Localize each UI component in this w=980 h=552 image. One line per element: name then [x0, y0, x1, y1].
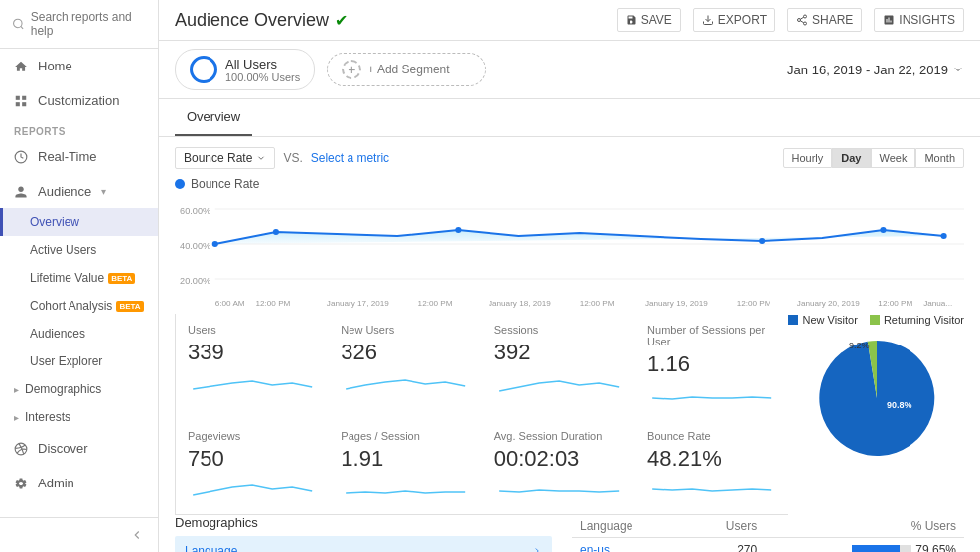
svg-text:January 18, 2019: January 18, 2019 [489, 299, 551, 308]
sparkline-pages-session [341, 478, 470, 501]
metric-new-users-label: New Users [341, 324, 470, 336]
pie-chart-svg: 90.8% 9.2% [812, 334, 941, 463]
pie-returning-dot [870, 315, 880, 325]
discover-nav-label: Discover [38, 441, 88, 456]
svg-text:6:00 AM: 6:00 AM [215, 299, 245, 308]
sidebar-item-audience[interactable]: Audience ▾ [0, 174, 158, 208]
reports-section-label: REPORTS [0, 118, 158, 139]
segment-info: All Users 100.00% Users [225, 57, 300, 83]
svg-text:12:00 PM: 12:00 PM [878, 299, 912, 308]
verified-icon: ✔ [335, 11, 348, 30]
metric-new-users: New Users 326 [329, 314, 483, 420]
svg-rect-5 [22, 102, 26, 106]
svg-text:Janua...: Janua... [923, 299, 952, 308]
sidebar-item-realtime[interactable]: Real-Time [0, 139, 158, 174]
chevron-right-icon: ▸ [14, 384, 19, 395]
day-btn[interactable]: Day [832, 148, 870, 168]
sidebar-sub-active-users[interactable]: Active Users [0, 236, 158, 264]
sidebar-item-discover[interactable]: Discover [0, 431, 158, 466]
sidebar-item-admin[interactable]: Admin [0, 466, 158, 500]
svg-text:60.00%: 60.00% [180, 207, 210, 216]
metric-pages-session-value: 1.91 [341, 446, 470, 472]
sidebar-sub-overview[interactable]: Overview [0, 208, 158, 236]
sidebar-sub-lifetime-value[interactable]: Lifetime Value BETA [0, 264, 158, 292]
admin-nav-label: Admin [38, 476, 74, 490]
chevron-down-icon: ▾ [101, 186, 106, 197]
metrics-and-pie-section: Users 339 New Users 326 Sessions 392 [159, 314, 980, 515]
all-users-segment[interactable]: All Users 100.00% Users [175, 49, 315, 90]
metrics-grid: Users 339 New Users 326 Sessions 392 [175, 314, 788, 515]
metric-avg-session-label: Avg. Session Duration [494, 430, 624, 442]
lang-col-header: Language [572, 515, 686, 538]
export-icon [702, 14, 714, 26]
metrics-row-2: Pageviews 750 Pages / Session 1.91 Avg. … [175, 421, 788, 515]
topbar-actions: SAVE EXPORT SHARE INSIGHTS [617, 8, 964, 32]
demographics-language[interactable]: Language [175, 536, 552, 552]
chevron-right-icon-2: ▸ [14, 412, 19, 423]
pie-legend-new: New Visitor [788, 314, 857, 326]
pct-col-header: % Users [765, 515, 964, 538]
sidebar-sub-audiences[interactable]: Audiences [0, 320, 158, 347]
overview-tabs: Overview [159, 99, 980, 137]
metric-pageviews: Pageviews 750 [176, 420, 330, 514]
save-button[interactable]: SAVE [617, 8, 681, 32]
demographics-panel: Demographics Language Country City Count… [175, 515, 552, 552]
svg-text:January 20, 2019: January 20, 2019 [797, 299, 860, 308]
add-segment-button[interactable]: + + Add Segment [327, 53, 486, 86]
svg-rect-4 [16, 102, 20, 106]
vs-label: VS. [283, 151, 302, 165]
share-button[interactable]: SHARE [787, 8, 862, 32]
export-button[interactable]: EXPORT [693, 8, 775, 32]
sparkline-new-users [341, 371, 470, 395]
svg-text:90.8%: 90.8% [887, 400, 912, 410]
legend-label-bounce-rate: Bounce Rate [191, 177, 259, 191]
svg-point-22 [455, 227, 461, 233]
month-btn[interactable]: Month [915, 148, 964, 168]
sidebar-item-interests[interactable]: ▸ Interests [0, 403, 158, 431]
metrics-row-1: Users 339 New Users 326 Sessions 392 [175, 314, 788, 421]
sidebar-sub-cohort[interactable]: Cohort Analysis BETA [0, 292, 158, 320]
svg-text:12:00 PM: 12:00 PM [256, 299, 291, 308]
pie-legend: New Visitor Returning Visitor [788, 314, 964, 326]
add-segment-circle: + [342, 60, 361, 79]
insights-button[interactable]: INSIGHTS [874, 8, 964, 32]
share-icon [796, 14, 808, 26]
topbar: Audience Overview ✔ SAVE EXPORT SHARE IN… [159, 0, 980, 41]
metric-sessions: Sessions 392 [483, 314, 636, 420]
lang-pct-cell-0: 79.65% [772, 543, 956, 552]
sidebar-item-customization[interactable]: Customization [0, 83, 158, 118]
sidebar-collapse-button[interactable] [0, 517, 158, 552]
svg-point-9 [803, 15, 806, 18]
audience-label: Audience [38, 184, 91, 199]
language-panel: Language Users % Users en-us 270 79.65% … [572, 515, 964, 552]
metric-pages-session: Pages / Session 1.91 [329, 420, 483, 514]
clock-icon [14, 150, 28, 164]
sidebar-sub-user-explorer[interactable]: User Explorer [0, 347, 158, 375]
metric-avg-session-value: 00:02:03 [494, 446, 624, 472]
tab-overview[interactable]: Overview [175, 99, 252, 136]
sidebar-item-demographics[interactable]: ▸ Demographics [0, 375, 158, 403]
metric-bounce-rate-label: Bounce Rate [647, 430, 776, 442]
lang-users-0: 270 [737, 543, 757, 552]
content-area: Overview Bounce Rate VS. Select a metric… [159, 99, 980, 552]
language-table: Language Users % Users en-us 270 79.65% … [572, 515, 964, 552]
metric-dropdown[interactable]: Bounce Rate [175, 147, 275, 169]
save-icon [626, 14, 637, 26]
svg-rect-3 [22, 95, 26, 99]
select-metric-link[interactable]: Select a metric [311, 151, 389, 165]
svg-text:40.00%: 40.00% [180, 241, 210, 251]
metric-pages-session-label: Pages / Session [341, 430, 470, 442]
lang-link-0[interactable]: en-us [580, 543, 610, 552]
svg-point-25 [941, 233, 947, 239]
hourly-btn[interactable]: Hourly [783, 148, 833, 168]
week-btn[interactable]: Week [871, 148, 916, 168]
metric-new-users-value: 326 [341, 340, 470, 365]
svg-rect-2 [16, 95, 20, 99]
sidebar-item-home[interactable]: Home [0, 49, 158, 83]
segment-pct: 100.00% Users [225, 71, 300, 83]
grid-icon [14, 94, 28, 108]
pie-new-dot [788, 315, 798, 325]
search-bar[interactable]: Search reports and help [0, 0, 158, 49]
svg-text:12:00 PM: 12:00 PM [580, 299, 615, 308]
date-range-selector[interactable]: Jan 16, 2019 - Jan 22, 2019 [787, 63, 964, 77]
